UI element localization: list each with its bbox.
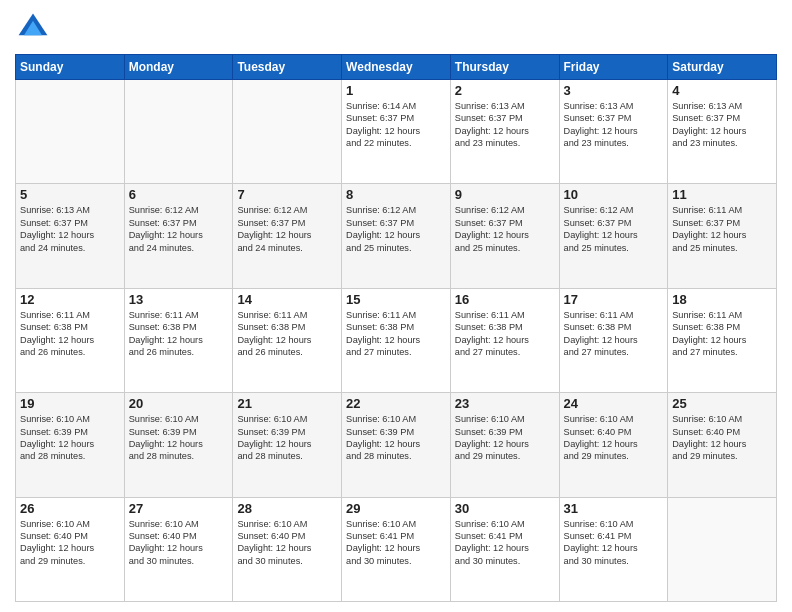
weekday-saturday: Saturday	[668, 55, 777, 80]
day-info: Sunrise: 6:10 AM Sunset: 6:40 PM Dayligh…	[564, 413, 664, 463]
logo	[15, 10, 57, 46]
calendar-cell: 22Sunrise: 6:10 AM Sunset: 6:39 PM Dayli…	[342, 393, 451, 497]
day-number: 29	[346, 501, 446, 516]
day-number: 24	[564, 396, 664, 411]
calendar-cell: 16Sunrise: 6:11 AM Sunset: 6:38 PM Dayli…	[450, 288, 559, 392]
day-info: Sunrise: 6:12 AM Sunset: 6:37 PM Dayligh…	[564, 204, 664, 254]
day-number: 31	[564, 501, 664, 516]
day-info: Sunrise: 6:13 AM Sunset: 6:37 PM Dayligh…	[564, 100, 664, 150]
day-info: Sunrise: 6:10 AM Sunset: 6:40 PM Dayligh…	[20, 518, 120, 568]
day-info: Sunrise: 6:10 AM Sunset: 6:40 PM Dayligh…	[237, 518, 337, 568]
day-info: Sunrise: 6:10 AM Sunset: 6:39 PM Dayligh…	[455, 413, 555, 463]
day-info: Sunrise: 6:11 AM Sunset: 6:37 PM Dayligh…	[672, 204, 772, 254]
day-info: Sunrise: 6:11 AM Sunset: 6:38 PM Dayligh…	[129, 309, 229, 359]
week-row-4: 26Sunrise: 6:10 AM Sunset: 6:40 PM Dayli…	[16, 497, 777, 601]
day-info: Sunrise: 6:11 AM Sunset: 6:38 PM Dayligh…	[346, 309, 446, 359]
day-info: Sunrise: 6:10 AM Sunset: 6:41 PM Dayligh…	[346, 518, 446, 568]
calendar-cell: 1Sunrise: 6:14 AM Sunset: 6:37 PM Daylig…	[342, 80, 451, 184]
day-info: Sunrise: 6:14 AM Sunset: 6:37 PM Dayligh…	[346, 100, 446, 150]
page: SundayMondayTuesdayWednesdayThursdayFrid…	[0, 0, 792, 612]
day-number: 15	[346, 292, 446, 307]
calendar-cell: 29Sunrise: 6:10 AM Sunset: 6:41 PM Dayli…	[342, 497, 451, 601]
day-number: 9	[455, 187, 555, 202]
calendar-cell: 26Sunrise: 6:10 AM Sunset: 6:40 PM Dayli…	[16, 497, 125, 601]
day-number: 8	[346, 187, 446, 202]
day-info: Sunrise: 6:10 AM Sunset: 6:40 PM Dayligh…	[672, 413, 772, 463]
calendar-cell: 21Sunrise: 6:10 AM Sunset: 6:39 PM Dayli…	[233, 393, 342, 497]
day-info: Sunrise: 6:11 AM Sunset: 6:38 PM Dayligh…	[564, 309, 664, 359]
calendar-cell: 7Sunrise: 6:12 AM Sunset: 6:37 PM Daylig…	[233, 184, 342, 288]
calendar-cell: 19Sunrise: 6:10 AM Sunset: 6:39 PM Dayli…	[16, 393, 125, 497]
day-info: Sunrise: 6:12 AM Sunset: 6:37 PM Dayligh…	[237, 204, 337, 254]
calendar-cell	[668, 497, 777, 601]
week-row-2: 12Sunrise: 6:11 AM Sunset: 6:38 PM Dayli…	[16, 288, 777, 392]
weekday-thursday: Thursday	[450, 55, 559, 80]
calendar-cell	[124, 80, 233, 184]
calendar-cell: 3Sunrise: 6:13 AM Sunset: 6:37 PM Daylig…	[559, 80, 668, 184]
day-number: 30	[455, 501, 555, 516]
calendar-cell: 30Sunrise: 6:10 AM Sunset: 6:41 PM Dayli…	[450, 497, 559, 601]
day-number: 12	[20, 292, 120, 307]
calendar-cell: 28Sunrise: 6:10 AM Sunset: 6:40 PM Dayli…	[233, 497, 342, 601]
calendar-cell: 2Sunrise: 6:13 AM Sunset: 6:37 PM Daylig…	[450, 80, 559, 184]
calendar: SundayMondayTuesdayWednesdayThursdayFrid…	[15, 54, 777, 602]
calendar-cell: 17Sunrise: 6:11 AM Sunset: 6:38 PM Dayli…	[559, 288, 668, 392]
logo-icon	[15, 10, 51, 46]
week-row-1: 5Sunrise: 6:13 AM Sunset: 6:37 PM Daylig…	[16, 184, 777, 288]
calendar-cell	[233, 80, 342, 184]
weekday-sunday: Sunday	[16, 55, 125, 80]
weekday-tuesday: Tuesday	[233, 55, 342, 80]
day-number: 23	[455, 396, 555, 411]
calendar-cell: 23Sunrise: 6:10 AM Sunset: 6:39 PM Dayli…	[450, 393, 559, 497]
day-info: Sunrise: 6:10 AM Sunset: 6:39 PM Dayligh…	[20, 413, 120, 463]
day-info: Sunrise: 6:10 AM Sunset: 6:39 PM Dayligh…	[346, 413, 446, 463]
day-number: 10	[564, 187, 664, 202]
day-info: Sunrise: 6:11 AM Sunset: 6:38 PM Dayligh…	[672, 309, 772, 359]
day-number: 16	[455, 292, 555, 307]
calendar-cell	[16, 80, 125, 184]
calendar-cell: 20Sunrise: 6:10 AM Sunset: 6:39 PM Dayli…	[124, 393, 233, 497]
weekday-header-row: SundayMondayTuesdayWednesdayThursdayFrid…	[16, 55, 777, 80]
calendar-cell: 18Sunrise: 6:11 AM Sunset: 6:38 PM Dayli…	[668, 288, 777, 392]
day-info: Sunrise: 6:12 AM Sunset: 6:37 PM Dayligh…	[455, 204, 555, 254]
day-number: 21	[237, 396, 337, 411]
day-number: 19	[20, 396, 120, 411]
calendar-cell: 31Sunrise: 6:10 AM Sunset: 6:41 PM Dayli…	[559, 497, 668, 601]
day-number: 5	[20, 187, 120, 202]
weekday-monday: Monday	[124, 55, 233, 80]
week-row-3: 19Sunrise: 6:10 AM Sunset: 6:39 PM Dayli…	[16, 393, 777, 497]
calendar-cell: 14Sunrise: 6:11 AM Sunset: 6:38 PM Dayli…	[233, 288, 342, 392]
calendar-cell: 8Sunrise: 6:12 AM Sunset: 6:37 PM Daylig…	[342, 184, 451, 288]
day-number: 28	[237, 501, 337, 516]
day-number: 14	[237, 292, 337, 307]
calendar-cell: 27Sunrise: 6:10 AM Sunset: 6:40 PM Dayli…	[124, 497, 233, 601]
day-info: Sunrise: 6:10 AM Sunset: 6:41 PM Dayligh…	[455, 518, 555, 568]
day-number: 3	[564, 83, 664, 98]
day-info: Sunrise: 6:11 AM Sunset: 6:38 PM Dayligh…	[455, 309, 555, 359]
day-info: Sunrise: 6:10 AM Sunset: 6:41 PM Dayligh…	[564, 518, 664, 568]
day-info: Sunrise: 6:11 AM Sunset: 6:38 PM Dayligh…	[20, 309, 120, 359]
day-number: 20	[129, 396, 229, 411]
day-info: Sunrise: 6:10 AM Sunset: 6:39 PM Dayligh…	[129, 413, 229, 463]
day-info: Sunrise: 6:12 AM Sunset: 6:37 PM Dayligh…	[129, 204, 229, 254]
day-info: Sunrise: 6:10 AM Sunset: 6:39 PM Dayligh…	[237, 413, 337, 463]
day-number: 26	[20, 501, 120, 516]
day-info: Sunrise: 6:13 AM Sunset: 6:37 PM Dayligh…	[672, 100, 772, 150]
weekday-friday: Friday	[559, 55, 668, 80]
calendar-cell: 24Sunrise: 6:10 AM Sunset: 6:40 PM Dayli…	[559, 393, 668, 497]
day-info: Sunrise: 6:10 AM Sunset: 6:40 PM Dayligh…	[129, 518, 229, 568]
calendar-cell: 6Sunrise: 6:12 AM Sunset: 6:37 PM Daylig…	[124, 184, 233, 288]
day-number: 25	[672, 396, 772, 411]
calendar-cell: 4Sunrise: 6:13 AM Sunset: 6:37 PM Daylig…	[668, 80, 777, 184]
week-row-0: 1Sunrise: 6:14 AM Sunset: 6:37 PM Daylig…	[16, 80, 777, 184]
day-number: 2	[455, 83, 555, 98]
calendar-cell: 10Sunrise: 6:12 AM Sunset: 6:37 PM Dayli…	[559, 184, 668, 288]
day-info: Sunrise: 6:13 AM Sunset: 6:37 PM Dayligh…	[455, 100, 555, 150]
day-number: 1	[346, 83, 446, 98]
day-number: 4	[672, 83, 772, 98]
calendar-cell: 12Sunrise: 6:11 AM Sunset: 6:38 PM Dayli…	[16, 288, 125, 392]
day-number: 11	[672, 187, 772, 202]
calendar-cell: 5Sunrise: 6:13 AM Sunset: 6:37 PM Daylig…	[16, 184, 125, 288]
day-number: 27	[129, 501, 229, 516]
day-number: 6	[129, 187, 229, 202]
